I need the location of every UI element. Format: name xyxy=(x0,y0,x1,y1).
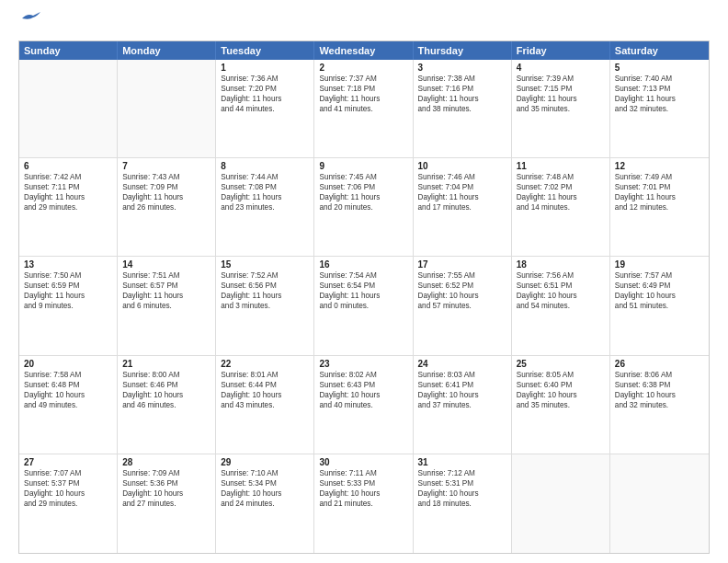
day-number: 22 xyxy=(221,359,309,369)
day-cell-30: 30Sunrise: 7:11 AMSunset: 5:33 PMDayligh… xyxy=(314,454,413,553)
day-info-line: and 17 minutes. xyxy=(418,202,506,213)
day-info-line: and 3 minutes. xyxy=(221,301,309,311)
day-number: 17 xyxy=(418,259,506,270)
day-info-line: and 29 minutes. xyxy=(24,499,112,509)
day-info-line: Daylight: 11 hours xyxy=(517,94,605,104)
day-info-line: Sunrise: 8:00 AM xyxy=(122,370,210,380)
day-info-line: Sunset: 7:08 PM xyxy=(221,182,309,192)
day-info-line: Sunset: 6:41 PM xyxy=(418,380,506,390)
day-info-line: and 26 minutes. xyxy=(122,202,210,213)
day-info-line: Daylight: 10 hours xyxy=(319,390,407,400)
day-info-line: and 20 minutes. xyxy=(319,202,407,213)
day-cell-11: 11Sunrise: 7:48 AMSunset: 7:02 PMDayligh… xyxy=(512,158,610,256)
day-info-line: Daylight: 11 hours xyxy=(221,291,309,301)
day-cell-6: 6Sunrise: 7:42 AMSunset: 7:11 PMDaylight… xyxy=(19,158,118,256)
day-info-line: Sunset: 7:02 PM xyxy=(517,182,605,192)
day-info-line: Sunrise: 7:43 AM xyxy=(122,172,210,182)
day-info-line: Sunset: 6:40 PM xyxy=(517,380,605,390)
day-number: 16 xyxy=(319,259,407,270)
day-info-line: Sunrise: 7:51 AM xyxy=(122,270,210,281)
day-number: 26 xyxy=(615,359,704,369)
day-info-line: Sunset: 5:33 PM xyxy=(319,478,407,488)
day-info-line: Sunrise: 7:39 AM xyxy=(517,74,605,84)
day-info-line: and 9 minutes. xyxy=(24,301,112,311)
day-info-line: Sunrise: 7:56 AM xyxy=(517,270,605,281)
day-info-line: Sunset: 7:16 PM xyxy=(418,84,506,94)
day-cell-22: 22Sunrise: 8:01 AMSunset: 6:44 PMDayligh… xyxy=(216,356,314,454)
day-number: 23 xyxy=(319,359,407,369)
day-number: 30 xyxy=(319,457,407,467)
day-info-line: Sunset: 6:49 PM xyxy=(615,281,704,291)
day-number: 20 xyxy=(24,359,112,369)
day-number: 7 xyxy=(122,161,210,171)
day-info-line: and 35 minutes. xyxy=(517,104,605,114)
day-info-line: Daylight: 11 hours xyxy=(319,94,407,104)
day-number: 11 xyxy=(517,161,605,171)
day-cell-14: 14Sunrise: 7:51 AMSunset: 6:57 PMDayligh… xyxy=(118,257,216,354)
day-info-line: and 44 minutes. xyxy=(221,104,309,114)
day-cell-10: 10Sunrise: 7:46 AMSunset: 7:04 PMDayligh… xyxy=(414,158,512,256)
day-info-line: Daylight: 11 hours xyxy=(418,192,506,202)
header xyxy=(18,15,710,33)
day-info-line: Sunrise: 7:44 AM xyxy=(221,172,309,182)
day-number: 4 xyxy=(517,63,605,73)
day-number: 14 xyxy=(122,259,210,270)
empty-cell xyxy=(512,454,610,553)
logo-bird-icon xyxy=(20,11,40,29)
day-number: 27 xyxy=(24,457,112,467)
day-info-line: Sunset: 7:01 PM xyxy=(615,182,704,192)
day-info-line: and 51 minutes. xyxy=(615,301,704,311)
day-info-line: Daylight: 10 hours xyxy=(122,488,210,499)
day-info-line: Daylight: 10 hours xyxy=(615,291,704,301)
day-info-line: Sunrise: 7:54 AM xyxy=(319,270,407,281)
calendar-header: SundayMondayTuesdayWednesdayThursdayFrid… xyxy=(19,41,709,60)
calendar: SundayMondayTuesdayWednesdayThursdayFrid… xyxy=(18,40,710,554)
day-number: 5 xyxy=(615,63,704,73)
day-info-line: Sunrise: 8:01 AM xyxy=(221,370,309,380)
day-cell-2: 2Sunrise: 7:37 AMSunset: 7:18 PMDaylight… xyxy=(314,60,413,157)
day-cell-7: 7Sunrise: 7:43 AMSunset: 7:09 PMDaylight… xyxy=(118,158,216,256)
day-info-line: Daylight: 10 hours xyxy=(221,390,309,400)
day-number: 1 xyxy=(221,63,309,73)
day-info-line: Sunset: 6:51 PM xyxy=(517,281,605,291)
day-number: 21 xyxy=(122,359,210,369)
day-cell-4: 4Sunrise: 7:39 AMSunset: 7:15 PMDaylight… xyxy=(512,60,610,157)
day-info-line: Sunset: 7:15 PM xyxy=(517,84,605,94)
day-cell-29: 29Sunrise: 7:10 AMSunset: 5:34 PMDayligh… xyxy=(216,454,314,553)
day-info-line: Sunset: 7:18 PM xyxy=(319,84,407,94)
day-info-line: Daylight: 11 hours xyxy=(122,291,210,301)
day-info-line: Sunset: 6:57 PM xyxy=(122,281,210,291)
weekday-header-monday: Monday xyxy=(118,41,216,60)
day-cell-5: 5Sunrise: 7:40 AMSunset: 7:13 PMDaylight… xyxy=(610,60,709,157)
calendar-week-5: 27Sunrise: 7:07 AMSunset: 5:37 PMDayligh… xyxy=(19,454,709,553)
day-info-line: Daylight: 10 hours xyxy=(418,291,506,301)
calendar-week-1: 1Sunrise: 7:36 AMSunset: 7:20 PMDaylight… xyxy=(19,60,709,158)
day-info-line: Daylight: 11 hours xyxy=(221,192,309,202)
day-info-line: and 46 minutes. xyxy=(122,400,210,410)
day-cell-20: 20Sunrise: 7:58 AMSunset: 6:48 PMDayligh… xyxy=(19,356,118,454)
day-number: 25 xyxy=(517,359,605,369)
day-info-line: and 32 minutes. xyxy=(615,104,704,114)
day-number: 15 xyxy=(221,259,309,270)
day-cell-16: 16Sunrise: 7:54 AMSunset: 6:54 PMDayligh… xyxy=(314,257,413,354)
day-number: 3 xyxy=(418,63,506,73)
day-info-line: Sunrise: 7:57 AM xyxy=(615,270,704,281)
day-info-line: Daylight: 11 hours xyxy=(319,192,407,202)
day-info-line: Sunrise: 7:58 AM xyxy=(24,370,112,380)
day-info-line: and 38 minutes. xyxy=(418,104,506,114)
day-cell-19: 19Sunrise: 7:57 AMSunset: 6:49 PMDayligh… xyxy=(610,257,709,354)
day-cell-21: 21Sunrise: 8:00 AMSunset: 6:46 PMDayligh… xyxy=(118,356,216,454)
day-number: 6 xyxy=(24,161,112,171)
day-info-line: Sunset: 7:11 PM xyxy=(24,182,112,192)
day-info-line: Sunset: 7:04 PM xyxy=(418,182,506,192)
day-info-line: Daylight: 10 hours xyxy=(418,488,506,499)
day-number: 10 xyxy=(418,161,506,171)
page: SundayMondayTuesdayWednesdayThursdayFrid… xyxy=(0,0,728,563)
day-info-line: and 49 minutes. xyxy=(24,400,112,410)
day-info-line: Daylight: 11 hours xyxy=(517,192,605,202)
day-number: 13 xyxy=(24,259,112,270)
day-info-line: Sunset: 6:52 PM xyxy=(418,281,506,291)
day-info-line: Sunrise: 7:55 AM xyxy=(418,270,506,281)
day-cell-26: 26Sunrise: 8:06 AMSunset: 6:38 PMDayligh… xyxy=(610,356,709,454)
day-info-line: and 12 minutes. xyxy=(615,202,704,213)
